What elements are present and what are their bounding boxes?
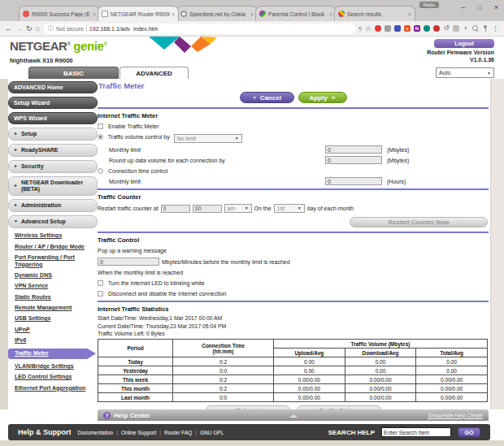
- footer-link-router-faq[interactable]: Router FAQ: [156, 430, 192, 435]
- profile-button[interactable]: Radu: [419, 2, 439, 8]
- language-value: Auto: [439, 70, 450, 76]
- sidebar-item-static-routes[interactable]: Static Routes: [15, 294, 93, 301]
- cast-icon[interactable]: [453, 25, 459, 32]
- history-icon[interactable]: ↺: [443, 25, 450, 32]
- disconnect-checkbox[interactable]: [98, 291, 103, 297]
- extension-plus-icon[interactable]: +: [404, 25, 411, 32]
- cancel-button[interactable]: × Cancel: [240, 92, 294, 103]
- maximize-icon[interactable]: □: [478, 3, 482, 11]
- section-heading-internet-traffic-meter: Internet Traffic Meter: [98, 112, 489, 119]
- tab-close-icon[interactable]: ×: [250, 11, 254, 17]
- bookmark-star-icon[interactable]: ☆: [365, 25, 371, 32]
- search-input[interactable]: [381, 427, 451, 437]
- restart-hour-input[interactable]: [161, 205, 190, 213]
- sidebar-item-wireless-settings[interactable]: Wireless Settings: [15, 232, 93, 239]
- sidebar-group-security[interactable]: ► Security: [8, 160, 98, 173]
- browser-tab-parental-control[interactable]: Parental Control | Block ×: [255, 6, 337, 21]
- sidebar-item-dynamic-dns[interactable]: Dynamic DNS: [15, 272, 93, 279]
- sidebar-group-administration[interactable]: ► Administration: [8, 199, 98, 212]
- autofill-icon[interactable]: ¶: [358, 26, 362, 32]
- roundup-unit: (Mbytes): [387, 157, 409, 164]
- ghostery-icon[interactable]: [424, 25, 430, 32]
- ampm-select[interactable]: am ▼: [224, 204, 252, 213]
- sidebar-item-upnp[interactable]: UPnP: [15, 327, 93, 333]
- sidebar-nav: ADVANCED Home Setup Wizard WPS Wizard ► …: [8, 81, 98, 396]
- browser-tab-speedtest[interactable]: Speedtest.net by Ookla ×: [176, 6, 258, 21]
- sidebar-item-wps-wizard[interactable]: WPS Wizard: [8, 112, 98, 124]
- monthly-limit-input[interactable]: [325, 145, 382, 154]
- cancel-x-icon: ×: [253, 95, 256, 100]
- apply-label: Apply: [309, 94, 327, 102]
- tab-close-icon[interactable]: ×: [93, 11, 96, 17]
- avg-icon[interactable]: [375, 25, 381, 32]
- tab-close-icon[interactable]: ×: [172, 11, 175, 17]
- footer-link-documentation[interactable]: Documentation: [78, 430, 114, 435]
- browser-tab-netgear-router[interactable]: NETGEAR Router R9000 ×: [98, 6, 179, 21]
- sidebar-item-port-forwarding[interactable]: Port Forwarding / Port Triggering: [15, 254, 93, 268]
- tab-close-icon[interactable]: ×: [408, 11, 411, 17]
- home-icon[interactable]: ⌂: [36, 25, 40, 32]
- led-blink-checkbox[interactable]: [98, 280, 103, 286]
- sidebar-item-ethernet-port-aggregation[interactable]: Ethernet Port Aggregation: [15, 385, 93, 392]
- info-icon[interactable]: ⓘ: [48, 24, 54, 32]
- sidebar-group-setup[interactable]: ► Setup: [8, 128, 98, 141]
- pin-icon[interactable]: [482, 25, 489, 32]
- tab-close-icon[interactable]: ×: [329, 11, 332, 17]
- go-button[interactable]: GO: [458, 427, 480, 437]
- traffic-volume-radio[interactable]: [98, 134, 103, 140]
- restart-counter-now-button[interactable]: Restart Counter Now: [350, 217, 488, 227]
- sidebar-item-setup-wizard[interactable]: Setup Wizard: [8, 97, 98, 109]
- show-hide-help-link[interactable]: Show/Hide Help Center: [428, 413, 483, 418]
- browser-tab-success-page[interactable]: R9000 Success Page (E ×: [19, 6, 100, 21]
- tab-basic[interactable]: BASIC: [28, 67, 119, 79]
- roundup-input[interactable]: [325, 156, 382, 164]
- footer-link-online-support[interactable]: Online Support: [113, 430, 156, 435]
- reload-icon[interactable]: ↻: [26, 25, 33, 32]
- page-title: Traffic Meter: [98, 81, 489, 90]
- help-center-bar[interactable]: ? Help Center ▲ Show/Hide Help Center: [98, 409, 489, 421]
- browser-menu-icon[interactable]: ⋮: [492, 25, 499, 32]
- sidebar-item-traffic-meter[interactable]: Traffic Meter: [8, 349, 96, 359]
- download-cell: 0.00/0.00: [345, 393, 416, 402]
- hours-limit-input[interactable]: [325, 177, 382, 185]
- onenote-icon[interactable]: N: [414, 25, 420, 32]
- sidebar-item-router-ap-bridge-mode[interactable]: Router / AP / Bridge Mode: [15, 244, 93, 250]
- download-cell: 0.00: [345, 366, 416, 375]
- col-connection-time-line2: (hh:mm): [175, 349, 272, 354]
- sidebar-item-ipv6[interactable]: IPv6: [15, 337, 93, 344]
- sidebar-item-vpn-service[interactable]: VPN Service: [15, 283, 93, 289]
- back-icon[interactable]: ←: [5, 25, 12, 32]
- sidebar-item-led-control-settings[interactable]: LED Control Settings: [15, 374, 93, 380]
- connection-time-radio[interactable]: [98, 168, 103, 174]
- day-select[interactable]: 1st ▼: [274, 204, 305, 213]
- address-bar[interactable]: ⓘ Not secure 192.168.1.1/adv_index.htm: [43, 24, 355, 34]
- page-right-margin: [490, 79, 504, 409]
- chevron-right-icon: ►: [14, 148, 18, 153]
- sidebar-item-vlan-bridge-settings[interactable]: VLAN/Bridge Settings: [15, 363, 93, 370]
- close-icon[interactable]: ×: [494, 3, 498, 11]
- search-ext-icon[interactable]: [472, 25, 479, 32]
- expand-up-icon[interactable]: ▲: [286, 413, 300, 418]
- language-select[interactable]: Auto ▼: [436, 67, 494, 78]
- footer-link-gnu-gpl[interactable]: GNU GPL: [192, 430, 224, 435]
- reddit-icon[interactable]: r: [463, 25, 469, 32]
- volume-limit-select[interactable]: No limit ▼: [174, 134, 242, 143]
- sidebar-group-readyshare[interactable]: ► ReadySHARE: [8, 144, 98, 157]
- logout-button[interactable]: Logout: [434, 39, 494, 48]
- period-cell: This week: [98, 375, 173, 384]
- abp-icon[interactable]: [394, 25, 401, 32]
- sidebar-group-netgear-downloader[interactable]: ► NETGEAR Downloader (BETA): [8, 176, 98, 196]
- tab-advanced[interactable]: ADVANCED: [119, 67, 189, 79]
- apply-button[interactable]: Apply ►: [298, 92, 347, 103]
- sidebar-group-advanced-setup[interactable]: ▼ Advanced Setup: [8, 215, 98, 228]
- warning-threshold-input[interactable]: [98, 258, 159, 266]
- restart-minute-input[interactable]: [193, 205, 222, 213]
- screenshot-icon[interactable]: [385, 25, 391, 32]
- sidebar-item-usb-settings[interactable]: USB Settings: [15, 315, 93, 322]
- sidebar-item-advanced-home[interactable]: ADVANCED Home: [8, 81, 98, 93]
- enable-traffic-meter-checkbox[interactable]: [98, 123, 103, 129]
- sidebar-item-remote-management[interactable]: Remote Management: [15, 305, 93, 311]
- adblock-icon[interactable]: [433, 25, 440, 32]
- minimize-icon[interactable]: –: [461, 3, 465, 11]
- browser-tab-search-results[interactable]: Search results ×: [334, 6, 415, 21]
